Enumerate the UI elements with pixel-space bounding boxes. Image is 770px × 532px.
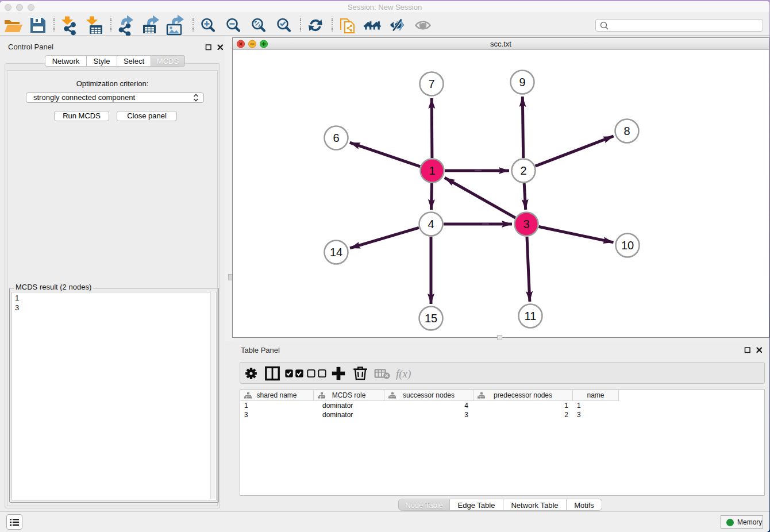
svg-text:9: 9 [519, 76, 525, 88]
svg-text:1: 1 [429, 164, 435, 177]
svg-text:15: 15 [425, 312, 437, 325]
svg-text:7: 7 [428, 78, 434, 90]
svg-text:8: 8 [623, 125, 630, 137]
svg-text:11: 11 [525, 310, 537, 322]
svg-text:10: 10 [621, 239, 634, 252]
svg-text:3: 3 [523, 218, 529, 230]
svg-text:f(x): f(x) [396, 368, 411, 380]
svg-text:2: 2 [520, 164, 526, 177]
svg-text:6: 6 [333, 132, 339, 144]
svg-text:4: 4 [428, 218, 434, 230]
svg-text:14: 14 [330, 246, 342, 259]
